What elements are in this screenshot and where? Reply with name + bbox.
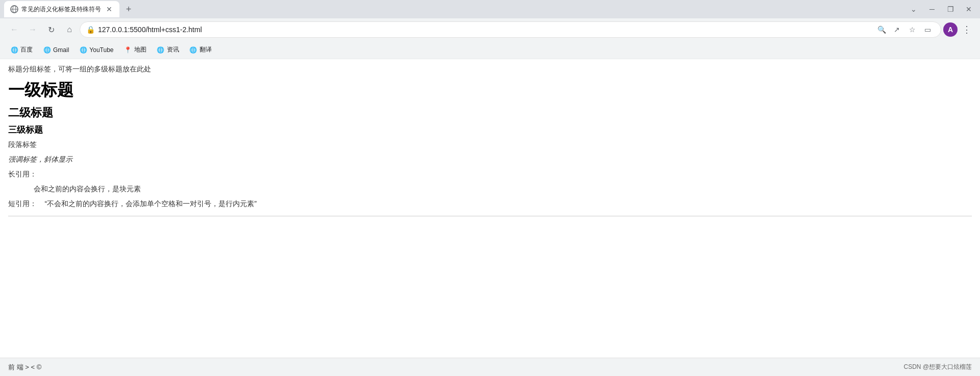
new-tab-button[interactable]: + (121, 2, 136, 16)
bookmark-gmail[interactable]: 🌐 Gmail (39, 44, 73, 56)
footer-credit: CSDN @想要大口炫榴莲 (903, 363, 972, 371)
active-tab[interactable]: 常见的语义化标签及特殊符号 ✕ (4, 1, 119, 17)
page-subtitle: 标题分组标签，可将一组的多级标题放在此处 (8, 63, 972, 74)
footer-text: 前 端 > < © (8, 363, 41, 372)
forward-button[interactable]: → (24, 21, 41, 38)
page-content: 标题分组标签，可将一组的多级标题放在此处 一级标题 二级标题 三级标题 段落标签… (0, 59, 980, 376)
bookmark-translate-label: 翻译 (200, 45, 212, 54)
baidu-icon: 🌐 (10, 46, 18, 54)
news-icon: 🌐 (157, 46, 165, 54)
heading-3: 三级标题 (8, 124, 972, 136)
bookmark-gmail-label: Gmail (53, 46, 69, 54)
bookmark-youtube[interactable]: 🌐 YouTube (75, 44, 117, 56)
lock-icon: 🔒 (86, 26, 95, 34)
restore-button[interactable]: ❐ (943, 2, 958, 16)
address-bar: ← → ↻ ⌂ 🔒 🔍 ↗ ☆ ▭ A ⋮ (0, 18, 980, 41)
address-input-wrap: 🔒 🔍 ↗ ☆ ▭ (80, 21, 941, 38)
bookmark-news[interactable]: 🌐 资讯 (153, 43, 183, 56)
short-quote-text: “不会和之前的内容换行，会添加单个空格和一对引号，是行内元素” (45, 199, 257, 208)
short-quote-line: 短引用： “不会和之前的内容换行，会添加单个空格和一对引号，是行内元素” (8, 197, 972, 210)
sidebar-icon-button[interactable]: ▭ (920, 22, 935, 37)
bookmark-news-label: 资讯 (167, 45, 179, 54)
zoom-icon-button[interactable]: 🔍 (874, 22, 889, 37)
browser-chrome: 常见的语义化标签及特殊符号 ✕ + ⌄ ─ ❐ ✕ ← → ↻ ⌂ 🔒 🔍 ↗ … (0, 0, 980, 59)
bookmark-youtube-label: YouTube (89, 46, 113, 54)
blockquote: 会和之前的内容会换行，是块元素 (34, 183, 972, 195)
reload-button[interactable]: ↻ (43, 21, 59, 38)
address-url-input[interactable] (98, 26, 871, 34)
bookmark-icon-button[interactable]: ☆ (905, 22, 919, 37)
tab-bar-right: ⌄ ─ ❐ ✕ (906, 2, 976, 16)
gmail-icon: 🌐 (43, 46, 51, 54)
menu-button[interactable]: ⋮ (960, 22, 974, 37)
page-separator (8, 216, 972, 216)
tab-close-button[interactable]: ✕ (105, 5, 113, 13)
bookmark-baidu[interactable]: 🌐 百度 (6, 43, 37, 56)
page-footer: 前 端 > < © CSDN @想要大口炫榴莲 (0, 358, 980, 376)
share-icon-button[interactable]: ↗ (890, 22, 904, 37)
address-icons: 🔍 ↗ ☆ ▭ (874, 22, 935, 37)
minimize-button[interactable]: ─ (925, 2, 939, 16)
short-quote-label: 短引用： (8, 199, 37, 208)
long-quote-label: 长引用： (8, 168, 972, 181)
home-button[interactable]: ⌂ (61, 21, 78, 38)
back-button[interactable]: ← (6, 21, 22, 38)
youtube-icon: 🌐 (79, 46, 87, 54)
bookmark-translate[interactable]: 🌐 翻译 (185, 43, 216, 56)
tab-title: 常见的语义化标签及特殊符号 (21, 5, 101, 14)
bookmark-baidu-label: 百度 (20, 45, 33, 54)
profile-button[interactable]: A (943, 22, 958, 37)
heading-2: 二级标题 (8, 105, 972, 121)
tab-bar: 常见的语义化标签及特殊符号 ✕ + ⌄ ─ ❐ ✕ (0, 0, 980, 18)
emphasis-text: 强调标签，斜体显示 (8, 153, 972, 166)
maps-icon: 📍 (124, 46, 132, 54)
bookmarks-bar: 🌐 百度 🌐 Gmail 🌐 YouTube 📍 地图 🌐 资讯 🌐 翻译 (0, 41, 980, 59)
close-button[interactable]: ✕ (962, 2, 976, 16)
heading-1: 一级标题 (8, 80, 972, 101)
bookmark-maps-label: 地图 (134, 45, 146, 54)
paragraph-text: 段落标签 (8, 138, 972, 151)
tab-favicon (10, 5, 18, 13)
tab-actions-button[interactable]: ⌄ (906, 2, 921, 16)
translate-icon: 🌐 (189, 46, 198, 54)
bookmark-maps[interactable]: 📍 地图 (120, 43, 151, 56)
blockquote-text: 会和之前的内容会换行，是块元素 (34, 185, 141, 193)
